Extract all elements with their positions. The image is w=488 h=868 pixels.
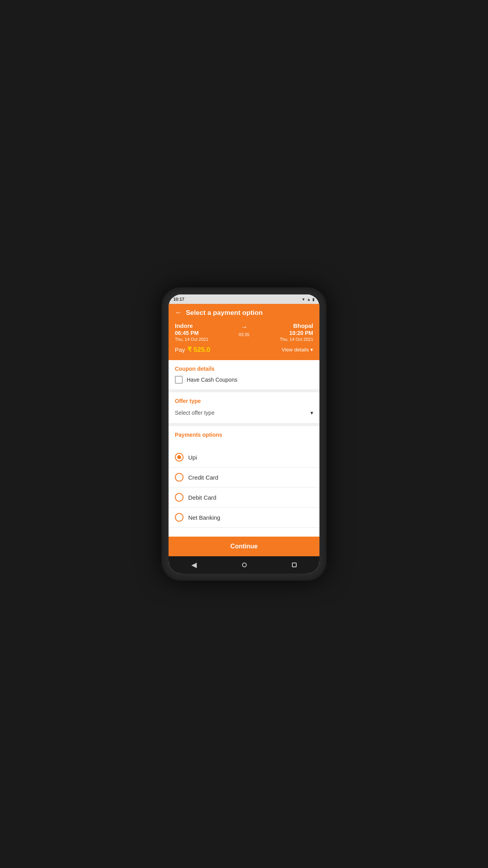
home-nav-button[interactable] (242, 563, 247, 567)
pay-label: Pay (175, 346, 185, 353)
view-details-label: View details (282, 347, 309, 353)
status-time: 10:17 (173, 297, 184, 302)
to-time: 10:20 PM (280, 330, 313, 336)
battery-icon: ▮ (312, 297, 315, 302)
view-details-button[interactable]: View details ▾ (282, 347, 313, 353)
back-nav-button[interactable]: ◀ (191, 561, 197, 569)
to-date: Thu, 14 Oct 2021 (280, 337, 313, 342)
header-title-row: ← Select a payment option (175, 309, 313, 317)
coupon-section: Coupon details Have Cash Coupons (169, 360, 319, 389)
chevron-down-icon: ▾ (310, 347, 313, 353)
checkbox-icon[interactable] (175, 376, 183, 384)
payment-label-net-banking: Net Banking (188, 514, 220, 521)
divider-1 (169, 389, 319, 392)
header: ← Select a payment option Indore 06:45 P… (169, 304, 319, 360)
radio-upi-selected (177, 455, 181, 459)
from-city: Indore (175, 322, 208, 329)
cash-coupon-label: Have Cash Coupons (187, 377, 237, 383)
radio-net-banking-icon (175, 513, 183, 522)
offer-type-dropdown[interactable]: Select offer type ▾ (175, 408, 313, 417)
radio-upi-icon (175, 453, 183, 462)
cash-coupon-checkbox[interactable]: Have Cash Coupons (175, 376, 313, 384)
route-arrow-icon: → (240, 323, 248, 331)
main-content: Coupon details Have Cash Coupons Offer t… (169, 360, 319, 556)
from-time: 06:45 PM (175, 330, 208, 336)
status-icons: ▼ ▲ ▮ (301, 297, 315, 302)
route-from: Indore 06:45 PM Thu, 14 Oct 2021 (175, 322, 208, 342)
pay-amount: ₹ 525.0 (187, 346, 210, 354)
pay-row: Pay ₹ 525.0 View details ▾ (175, 346, 313, 354)
payment-option-upi[interactable]: Upi (169, 447, 319, 467)
payment-option-credit-card[interactable]: Credit Card (169, 467, 319, 487)
payment-option-net-banking[interactable]: Net Banking (169, 508, 319, 528)
route-to: Bhopal 10:20 PM Thu, 14 Oct 2021 (280, 322, 313, 342)
signal-icon: ▲ (307, 297, 311, 302)
from-date: Thu, 14 Oct 2021 (175, 337, 208, 342)
continue-button[interactable]: Continue (169, 537, 319, 556)
to-city: Bhopal (280, 322, 313, 329)
payment-label-credit-card: Credit Card (188, 474, 218, 481)
divider-2 (169, 423, 319, 426)
payment-label-debit-card: Debit Card (188, 494, 216, 501)
radio-credit-card-icon (175, 473, 183, 482)
payments-section: Payments options (169, 426, 319, 447)
radio-debit-card-icon (175, 493, 183, 502)
phone-screen: 10:17 ▼ ▲ ▮ ← Select a payment option In… (169, 294, 319, 574)
offer-type-placeholder: Select offer type (175, 410, 215, 416)
payment-option-debit-card[interactable]: Debit Card (169, 487, 319, 508)
wifi-icon: ▼ (301, 297, 305, 302)
route-middle: → 03:35 (238, 322, 250, 337)
recents-nav-button[interactable] (292, 563, 297, 567)
status-bar: 10:17 ▼ ▲ ▮ (169, 294, 319, 304)
nav-bar: ◀ (169, 556, 319, 574)
route-row: Indore 06:45 PM Thu, 14 Oct 2021 → 03:35… (175, 322, 313, 342)
back-button[interactable]: ← (175, 309, 182, 317)
offer-type-section: Offer type Select offer type ▾ (169, 392, 319, 423)
route-duration: 03:35 (238, 332, 250, 337)
page-title: Select a payment option (186, 309, 263, 317)
offer-type-title: Offer type (175, 398, 313, 404)
phone-frame: 10:17 ▼ ▲ ▮ ← Select a payment option In… (161, 287, 327, 581)
pay-left: Pay ₹ 525.0 (175, 346, 210, 354)
payment-label-upi: Upi (188, 454, 197, 461)
offer-type-chevron-icon: ▾ (310, 410, 313, 416)
spacer (169, 528, 319, 537)
coupon-section-title: Coupon details (175, 366, 313, 372)
payments-section-title: Payments options (175, 432, 313, 438)
